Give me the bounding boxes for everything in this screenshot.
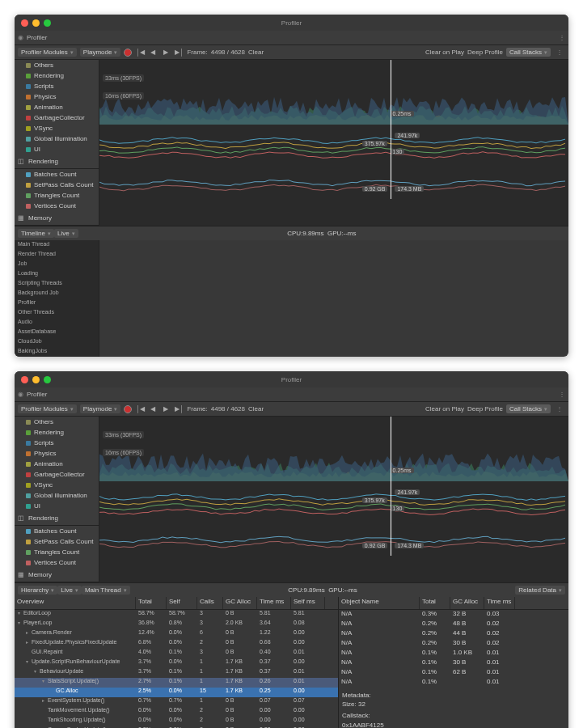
- module-item[interactable]: Scripts: [15, 81, 99, 91]
- prev-frame-button[interactable]: │◀: [135, 48, 145, 57]
- hierarchy-row[interactable]: ▸EventSystem.Update()0.7%0.7%10 B0.070.0…: [15, 697, 338, 707]
- view-mode-dropdown[interactable]: Timeline: [18, 229, 54, 238]
- maximize-icon[interactable]: [44, 19, 51, 27]
- profiler-modules-dropdown[interactable]: Profiler Modules: [18, 48, 77, 57]
- module-item[interactable]: Global Illumination: [15, 133, 99, 144]
- step-back-button[interactable]: ◀: [148, 404, 158, 414]
- profiler-modules-dropdown[interactable]: Profiler Modules: [18, 404, 77, 413]
- column-header[interactable]: GC Alloc: [450, 597, 484, 609]
- hierarchy-row[interactable]: ▾Update.ScriptRunBehaviourUpdate3.7%0.0%…: [15, 658, 338, 668]
- view-mode-dropdown[interactable]: Hierarchy: [18, 586, 57, 595]
- live-dropdown[interactable]: Live: [54, 229, 78, 238]
- context-menu-icon[interactable]: ⋮: [554, 49, 565, 56]
- related-row[interactable]: N/A0.2%48 B0.02: [339, 620, 568, 629]
- column-header[interactable]: Self: [167, 597, 197, 609]
- hierarchy-row[interactable]: ▸FixedUpdate.PhysicsFixedUpdate6.8%0.0%2…: [15, 639, 338, 649]
- profiler-tab[interactable]: Profiler: [27, 34, 47, 41]
- minimize-icon[interactable]: [32, 376, 40, 383]
- module-item[interactable]: Triangles Count: [15, 547, 99, 557]
- column-header[interactable]: Total: [136, 597, 167, 609]
- record-button[interactable]: [124, 49, 132, 57]
- memory-chart[interactable]: 0.92 GB 174.3 MB: [99, 175, 568, 199]
- module-item[interactable]: Global Illumination: [15, 490, 99, 501]
- column-header[interactable]: Total: [420, 597, 450, 609]
- module-item[interactable]: Vertices Count: [15, 557, 99, 568]
- hierarchy-row[interactable]: TankMovement.Update()0.0%0.0%20 B0.000.0…: [15, 707, 338, 717]
- deep-profile-toggle[interactable]: Deep Profile: [467, 49, 503, 56]
- rendering-chart[interactable]: 375.97k 130 241.97k: [99, 125, 568, 175]
- module-item[interactable]: VSync: [15, 480, 99, 490]
- call-stacks-dropdown[interactable]: Call Stacks: [506, 404, 551, 413]
- hierarchy-row[interactable]: GUI.Repaint4.0%0.1%30 B0.400.01: [15, 649, 338, 658]
- module-item[interactable]: Physics: [15, 448, 99, 459]
- column-header[interactable]: Time ms: [257, 597, 291, 609]
- hierarchy-row[interactable]: TankShooting.Update()0.0%0.0%20 B0.000.0…: [15, 717, 338, 726]
- hierarchy-row[interactable]: ▾StatsScript.Update()2.7%0.1%11.7 KB0.26…: [15, 678, 338, 688]
- prev-frame-button[interactable]: │◀: [135, 404, 145, 414]
- module-item[interactable]: Vertices Count: [15, 201, 99, 211]
- close-icon[interactable]: [21, 376, 28, 383]
- profiler-tab[interactable]: Profiler: [27, 391, 47, 398]
- thread-dropdown[interactable]: Main Thread: [82, 586, 130, 595]
- related-row[interactable]: N/A0.3%32 B0.03: [339, 610, 568, 620]
- hierarchy-row[interactable]: GC.Alloc2.5%0.0%151.7 KB0.250.00: [15, 688, 338, 697]
- module-item[interactable]: UI: [15, 144, 99, 154]
- module-item[interactable]: Physics: [15, 91, 99, 102]
- module-item[interactable]: Rendering: [15, 70, 99, 81]
- related-row[interactable]: N/A0.1%0.01: [339, 678, 568, 688]
- call-stacks-dropdown[interactable]: Call Stacks: [506, 48, 551, 57]
- module-item[interactable]: Animation: [15, 459, 99, 469]
- column-header[interactable]: Calls: [197, 597, 223, 609]
- module-item[interactable]: Others: [15, 417, 99, 427]
- hierarchy-row[interactable]: ▾BehaviourUpdate3.7%0.1%11.7 KB0.370.01: [15, 668, 338, 678]
- playmode-dropdown[interactable]: Playmode: [80, 48, 121, 57]
- step-back-button[interactable]: ◀: [148, 48, 158, 57]
- column-header[interactable]: Object Name: [339, 597, 420, 609]
- cpu-chart[interactable]: 33ms (30FPS) 16ms (60FPS) 0.25ms: [99, 60, 568, 125]
- module-item[interactable]: Batches Count: [15, 169, 99, 180]
- column-header[interactable]: Self ms: [291, 597, 325, 609]
- next-frame-button[interactable]: ▶│: [174, 48, 184, 57]
- step-fwd-button[interactable]: ▶: [161, 48, 171, 57]
- module-item[interactable]: Triangles Count: [15, 190, 99, 201]
- module-item[interactable]: Scripts: [15, 438, 99, 448]
- related-row[interactable]: N/A0.1%1.0 KB0.01: [339, 649, 568, 658]
- column-header[interactable]: Overview: [15, 597, 136, 609]
- live-dropdown[interactable]: Live: [57, 586, 82, 595]
- rendering-chart[interactable]: 375.97k 130 241.97k: [99, 481, 568, 531]
- playmode-dropdown[interactable]: Playmode: [80, 404, 121, 413]
- module-item[interactable]: SetPass Calls Count: [15, 180, 99, 190]
- column-header[interactable]: GC Alloc: [223, 597, 257, 609]
- record-button[interactable]: [124, 405, 132, 413]
- menu-icon[interactable]: ⋮: [559, 34, 565, 41]
- maximize-icon[interactable]: [44, 376, 51, 383]
- module-item[interactable]: Others: [15, 60, 99, 70]
- hierarchy-row[interactable]: ▾EditorLoop58.7%58.7%30 B5.815.81: [15, 610, 338, 620]
- module-item[interactable]: Animation: [15, 102, 99, 112]
- minimize-icon[interactable]: [32, 19, 40, 27]
- close-icon[interactable]: [21, 19, 28, 27]
- column-header[interactable]: Time ms: [484, 597, 515, 609]
- cpu-chart[interactable]: 33ms (30FPS) 16ms (60FPS) 0.25ms: [99, 417, 568, 481]
- module-item[interactable]: UI: [15, 501, 99, 511]
- context-menu-icon[interactable]: ⋮: [554, 405, 565, 413]
- details-dropdown[interactable]: Related Data: [515, 586, 565, 595]
- clear-button[interactable]: Clear: [248, 405, 264, 413]
- module-item[interactable]: VSync: [15, 123, 99, 133]
- related-row[interactable]: N/A0.1%62 B0.01: [339, 668, 568, 678]
- menu-icon[interactable]: ⋮: [559, 391, 565, 398]
- step-fwd-button[interactable]: ▶: [161, 404, 171, 414]
- clear-on-play-toggle[interactable]: Clear on Play: [425, 49, 464, 56]
- module-item[interactable]: Batches Count: [15, 526, 99, 536]
- deep-profile-toggle[interactable]: Deep Profile: [467, 405, 503, 413]
- memory-chart[interactable]: 0.92 GB 174.3 MB: [99, 531, 568, 556]
- clear-button[interactable]: Clear: [248, 49, 264, 56]
- module-item[interactable]: GarbageCollector: [15, 469, 99, 480]
- hierarchy-row[interactable]: ▾PlayerLoop36.8%0.8%32.0 KB3.640.08: [15, 620, 338, 629]
- hierarchy-row[interactable]: ▸Camera.Render12.4%0.0%60 B1.220.00: [15, 629, 338, 639]
- related-row[interactable]: N/A0.1%30 B0.01: [339, 658, 568, 668]
- module-item[interactable]: GarbageCollector: [15, 112, 99, 123]
- module-item[interactable]: Rendering: [15, 427, 99, 438]
- module-item[interactable]: SetPass Calls Count: [15, 536, 99, 547]
- related-row[interactable]: N/A0.2%30 B0.02: [339, 639, 568, 649]
